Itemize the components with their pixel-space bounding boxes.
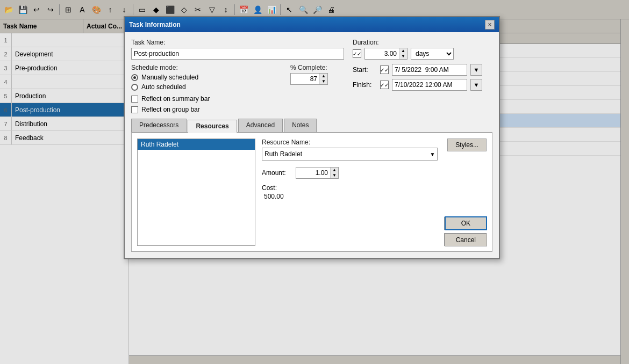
task-name-label: Task Name: <box>131 39 344 46</box>
amount-spinbox-buttons: ▲ ▼ <box>330 168 338 178</box>
reflect-group-label: Reflect on group bar <box>141 106 200 113</box>
spinbox-buttons: ▲ ▼ <box>319 74 327 84</box>
percent-down-button[interactable]: ▼ <box>320 79 327 84</box>
dropdown-arrow-icon: ▼ <box>430 151 435 157</box>
checkbox-group: Reflect on summary bar Reflect on group … <box>131 95 280 113</box>
start-row: Start: ✓ ▼ <box>353 64 492 76</box>
duration-up-button[interactable]: ▲ <box>399 48 407 54</box>
duration-value: 3.00 <box>365 50 399 57</box>
schedule-left: Schedule mode: Manually scheduled Auto s… <box>131 64 280 113</box>
resource-name-value: Ruth Radelet <box>265 150 302 158</box>
tab-content-resources: Styles... Ruth Radelet Resource Name: Ru… <box>131 133 492 252</box>
amount-row: Amount: 1.00 ▲ ▼ <box>262 167 438 179</box>
finish-label: Finish: <box>353 81 377 89</box>
tab-notes[interactable]: Notes <box>284 119 317 132</box>
percent-up-button[interactable]: ▲ <box>320 74 327 79</box>
amount-label: Amount: <box>262 169 291 177</box>
amount-spinbox[interactable]: 1.00 ▲ ▼ <box>296 167 339 179</box>
auto-radio-btn[interactable] <box>131 84 138 91</box>
styles-button[interactable]: Styles... <box>447 139 487 151</box>
resource-name-dropdown[interactable]: Ruth Radelet ▼ <box>262 148 438 161</box>
amount-down-button[interactable]: ▼ <box>331 173 338 178</box>
reflect-group-box[interactable] <box>131 106 138 113</box>
duration-label: Duration: <box>353 39 492 46</box>
reflect-summary-checkbox[interactable]: Reflect on summary bar <box>131 95 280 103</box>
duration-spinbox[interactable]: 3.00 ▲ ▼ <box>364 48 408 60</box>
resource-list-item[interactable]: Ruth Radelet <box>138 139 255 150</box>
resource-name-label: Resource Name: <box>262 139 438 146</box>
schedule-section: Schedule mode: Manually scheduled Auto s… <box>131 64 344 113</box>
manually-scheduled-label: Manually scheduled <box>141 74 198 81</box>
duration-row: ✓ 3.00 ▲ ▼ days <box>353 48 492 60</box>
amount-up-button[interactable]: ▲ <box>331 168 338 173</box>
tabs-container: Predecessors Resources Advanced Notes <box>131 119 492 133</box>
top-section: Task Name: Schedule mode: Manually sched… <box>131 39 492 113</box>
duration-unit-select[interactable]: days <box>411 48 454 60</box>
duration-down-button[interactable]: ▼ <box>399 54 407 59</box>
duration-checkbox[interactable]: ✓ <box>353 49 361 58</box>
dialog-close-button[interactable]: × <box>485 20 495 30</box>
start-input[interactable] <box>392 64 467 76</box>
dialog-titlebar: Task Information × <box>125 17 499 32</box>
manually-scheduled-radio[interactable]: Manually scheduled <box>131 74 280 81</box>
resource-name-section: Resource Name: Ruth Radelet ▼ <box>262 139 438 161</box>
reflect-summary-box[interactable] <box>131 96 138 103</box>
task-information-dialog: Task Information × Task Name: Schedule m… <box>124 16 500 259</box>
finish-checkbox[interactable]: ✓ <box>380 81 389 89</box>
cost-label: Cost: <box>262 184 438 192</box>
cancel-button[interactable]: Cancel <box>445 234 487 246</box>
cost-value: 500.00 <box>262 193 438 200</box>
schedule-mode-label: Schedule mode: <box>131 64 280 71</box>
start-label: Start: <box>353 66 377 74</box>
finish-row: Finish: ✓ ▼ <box>353 79 492 91</box>
percent-complete-value: 87 <box>291 75 319 83</box>
percent-complete-section: % Complete: 87 ▲ ▼ <box>290 64 344 113</box>
percent-complete-label: % Complete: <box>290 64 344 71</box>
percent-complete-spinbox[interactable]: 87 ▲ ▼ <box>290 73 328 85</box>
right-form: Duration: ✓ 3.00 ▲ ▼ days Star <box>353 39 492 113</box>
ok-button[interactable]: OK <box>445 216 487 230</box>
cost-section: Cost: 500.00 <box>262 184 438 200</box>
auto-scheduled-label: Auto scheduled <box>141 83 186 91</box>
manually-radio-btn[interactable] <box>131 74 138 81</box>
finish-input[interactable] <box>392 79 467 91</box>
radio-group: Manually scheduled Auto scheduled <box>131 74 280 91</box>
resource-list: Ruth Radelet <box>137 139 255 246</box>
tab-resources[interactable]: Resources <box>188 120 237 133</box>
amount-value: 1.00 <box>296 169 330 177</box>
duration-spinbox-buttons: ▲ ▼ <box>399 48 407 59</box>
dialog-body: Task Name: Schedule mode: Manually sched… <box>125 32 499 258</box>
resource-detail: Resource Name: Ruth Radelet ▼ Amount: 1.… <box>262 139 438 246</box>
tab-predecessors[interactable]: Predecessors <box>131 119 187 132</box>
reflect-summary-label: Reflect on summary bar <box>141 95 210 103</box>
dialog-title: Task Information <box>129 21 181 28</box>
reflect-group-checkbox[interactable]: Reflect on group bar <box>131 106 280 113</box>
auto-scheduled-radio[interactable]: Auto scheduled <box>131 83 280 91</box>
start-calendar-button[interactable]: ▼ <box>470 64 482 76</box>
task-name-input[interactable] <box>131 48 344 60</box>
left-form: Task Name: Schedule mode: Manually sched… <box>131 39 344 113</box>
finish-calendar-button[interactable]: ▼ <box>470 79 482 91</box>
dialog-action-buttons: OK Cancel <box>445 216 487 246</box>
start-checkbox[interactable]: ✓ <box>380 65 389 74</box>
tab-advanced[interactable]: Advanced <box>238 119 283 132</box>
resources-layout: Ruth Radelet Resource Name: Ruth Radelet… <box>137 139 487 246</box>
